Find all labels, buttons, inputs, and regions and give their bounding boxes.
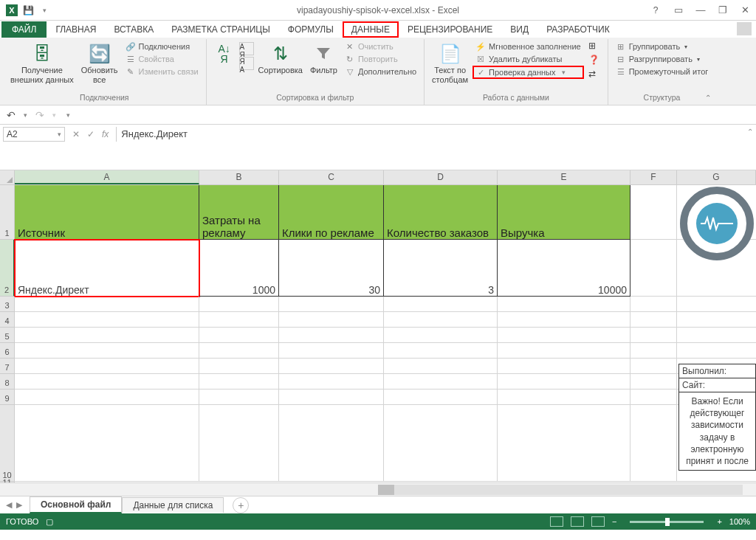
cell-D7[interactable] bbox=[384, 359, 498, 374]
cell-C3[interactable] bbox=[279, 297, 384, 312]
cell-F2[interactable] bbox=[630, 240, 677, 297]
cell-B9[interactable] bbox=[199, 390, 279, 405]
cell-B6[interactable] bbox=[199, 343, 279, 359]
col-header-F[interactable]: F bbox=[630, 170, 677, 184]
cell-B8[interactable] bbox=[199, 374, 279, 390]
cell-C2[interactable]: 30 bbox=[279, 240, 384, 297]
cell-E1[interactable]: Выручка bbox=[498, 185, 630, 240]
row-header-7[interactable]: 7 bbox=[0, 359, 15, 374]
cell-D4[interactable] bbox=[384, 312, 498, 328]
col-header-G[interactable]: G bbox=[677, 170, 756, 184]
zoom-level[interactable]: 100% bbox=[729, 517, 750, 526]
row-header-8[interactable]: 8 bbox=[0, 374, 15, 390]
clear-filter-button[interactable]: ✕Очистить bbox=[342, 41, 419, 52]
tab-home[interactable]: ГЛАВНАЯ bbox=[47, 21, 105, 38]
cell-E6[interactable] bbox=[498, 343, 630, 359]
cell-B2[interactable]: 1000 bbox=[199, 240, 279, 297]
tab-file[interactable]: ФАЙЛ bbox=[1, 21, 47, 38]
collapse-ribbon-icon[interactable]: ⌃ bbox=[705, 94, 711, 102]
cell-A6[interactable] bbox=[15, 343, 199, 359]
cell-B5[interactable] bbox=[199, 328, 279, 343]
cell-E10[interactable] bbox=[498, 405, 630, 482]
sort-az-button[interactable]: А↓Я bbox=[211, 41, 238, 67]
cell-E2[interactable]: 10000 bbox=[498, 240, 630, 297]
page-break-view-icon[interactable] bbox=[591, 516, 605, 527]
site-label[interactable]: Сайт: bbox=[678, 378, 756, 392]
cell-B4[interactable] bbox=[199, 312, 279, 328]
cell-C7[interactable] bbox=[279, 359, 384, 374]
consolidate-icon[interactable]: ⊞ bbox=[588, 41, 603, 54]
cell-F9[interactable] bbox=[630, 390, 677, 405]
save-icon[interactable]: 💾 bbox=[21, 3, 35, 18]
expand-formula-bar-icon[interactable]: ⌃ bbox=[747, 128, 753, 136]
cell-D9[interactable] bbox=[384, 390, 498, 405]
reapply-button[interactable]: ↻Повторить bbox=[342, 53, 419, 65]
row-header-9[interactable]: 9 bbox=[0, 390, 15, 405]
tab-insert[interactable]: ВСТАВКА bbox=[105, 21, 162, 38]
tab-developer[interactable]: РАЗРАБОТЧИК bbox=[537, 21, 619, 38]
cell-F4[interactable] bbox=[630, 312, 677, 328]
sheet-nav-next-icon[interactable]: ▶ bbox=[16, 500, 22, 510]
cell-E5[interactable] bbox=[498, 328, 630, 343]
cell-D10[interactable] bbox=[384, 405, 498, 482]
tab-view[interactable]: ВИД bbox=[501, 21, 537, 38]
cell-C6[interactable] bbox=[279, 343, 384, 359]
note-text[interactable]: Важно! Если действующег зависимости зада… bbox=[678, 392, 756, 471]
tab-data[interactable]: ДАННЫЕ bbox=[343, 21, 399, 38]
qat2-customize-icon[interactable]: ▾ bbox=[66, 111, 70, 119]
cell-C10[interactable] bbox=[279, 405, 384, 482]
cell-A9[interactable] bbox=[15, 390, 199, 405]
cell-F7[interactable] bbox=[630, 359, 677, 374]
cancel-formula-icon[interactable]: ✕ bbox=[72, 129, 80, 139]
select-all-button[interactable] bbox=[0, 170, 15, 185]
cell-B1[interactable]: Затраты на рекламу bbox=[199, 185, 279, 240]
cell-A8[interactable] bbox=[15, 374, 199, 390]
whatif-icon[interactable]: ❓ bbox=[588, 55, 603, 68]
refresh-all-button[interactable]: 🔄 Обновить все bbox=[78, 41, 121, 86]
cell-A2[interactable]: Яндекс.Директ bbox=[15, 240, 199, 297]
col-header-D[interactable]: D bbox=[384, 170, 498, 184]
row-header-6[interactable]: 6 bbox=[0, 343, 15, 359]
zoom-out-button[interactable]: − bbox=[612, 517, 616, 526]
minimize-button[interactable]: — bbox=[690, 3, 712, 18]
sort-button[interactable]: ⇅ Сортировка bbox=[255, 41, 306, 77]
close-button[interactable]: ✕ bbox=[734, 3, 756, 18]
normal-view-icon[interactable] bbox=[550, 516, 563, 527]
cell-B7[interactable] bbox=[199, 359, 279, 374]
macro-record-icon[interactable]: ▢ bbox=[46, 517, 53, 527]
cell-D6[interactable] bbox=[384, 343, 498, 359]
connections-button[interactable]: 🔗Подключения bbox=[123, 41, 202, 52]
zoom-in-button[interactable]: + bbox=[717, 517, 721, 526]
filter-button[interactable]: Фильтр bbox=[307, 41, 340, 77]
data-validation-button[interactable]: ✓Проверка данных▾ bbox=[472, 66, 584, 79]
cell-C5[interactable] bbox=[279, 328, 384, 343]
get-external-data-button[interactable]: 🗄 Получение внешних данных bbox=[7, 41, 77, 86]
tab-page-layout[interactable]: РАЗМЕТКА СТРАНИЦЫ bbox=[162, 21, 279, 38]
cell-C1[interactable]: Клики по рекламе bbox=[279, 185, 384, 240]
col-header-B[interactable]: B bbox=[199, 170, 279, 184]
subtotal-button[interactable]: ☰Промежуточный итог bbox=[613, 66, 712, 77]
cell-A5[interactable] bbox=[15, 328, 199, 343]
flash-fill-button[interactable]: ⚡Мгновенное заполнение bbox=[472, 41, 584, 52]
cell-F6[interactable] bbox=[630, 343, 677, 359]
name-box-dropdown-icon[interactable]: ▾ bbox=[58, 131, 61, 138]
cell-C4[interactable] bbox=[279, 312, 384, 328]
sort-asc-icon[interactable]: АЯ bbox=[239, 42, 254, 55]
ribbon-display-icon[interactable]: ▭ bbox=[667, 3, 690, 18]
name-box[interactable]: A2 ▾ bbox=[3, 127, 65, 142]
cell-E9[interactable] bbox=[498, 390, 630, 405]
formula-input[interactable]: Яндекс.Директ bbox=[116, 127, 747, 142]
sheet-tab-main[interactable]: Основной файл bbox=[30, 496, 122, 513]
add-sheet-button[interactable]: + bbox=[233, 497, 249, 513]
cell-F3[interactable] bbox=[630, 297, 677, 312]
row-header-1[interactable]: 1 bbox=[0, 185, 15, 240]
fx-icon[interactable]: fx bbox=[102, 129, 109, 139]
zoom-slider[interactable] bbox=[630, 521, 704, 523]
cell-A4[interactable] bbox=[15, 312, 199, 328]
sheet-tab-list-data[interactable]: Данные для списка bbox=[122, 497, 224, 513]
cell-E8[interactable] bbox=[498, 374, 630, 390]
sort-desc-icon[interactable]: ЯА bbox=[239, 57, 254, 70]
cell-E3[interactable] bbox=[498, 297, 630, 312]
col-header-E[interactable]: E bbox=[498, 170, 630, 184]
relationships-icon[interactable]: ⇄ bbox=[588, 69, 603, 82]
